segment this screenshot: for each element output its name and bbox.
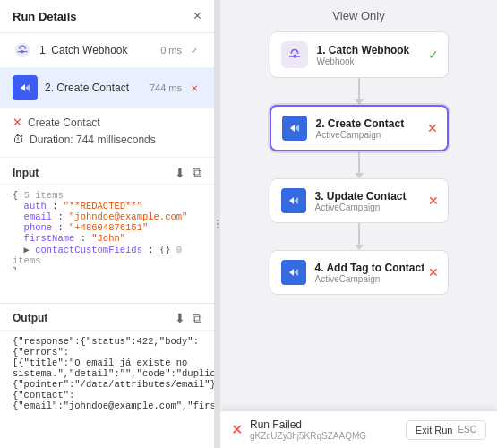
run-id: gKZcUZy3hj5KRqSZAAQMG: [250, 431, 406, 441]
output-content: {"response":{"status":422,"body":{"error…: [0, 331, 214, 411]
flow-node-3-status: ✕: [428, 194, 439, 208]
input-title: Input: [13, 167, 167, 179]
svg-marker-8: [289, 197, 294, 204]
step-item-2[interactable]: 2. Create Contact 744 ms ✕: [0, 68, 214, 108]
duration-label: Duration: 744 milliseconds: [30, 134, 156, 146]
step-details: ✕ Create Contact ⏱ Duration: 744 millise…: [0, 108, 214, 158]
flow-node-4-status: ✕: [428, 265, 439, 280]
flow-node-3[interactable]: 3. Update Contact ActiveCampaign ✕: [270, 178, 449, 223]
panel-header: Run Details ×: [0, 0, 214, 33]
input-download-button[interactable]: ⬇: [175, 166, 185, 180]
flow-node-4-name: 4. Add Tag to Contact: [315, 262, 437, 274]
connector-1-2: [358, 78, 360, 99]
flow-panel: View Only 1. Catch Webhook Webhook ✓: [220, 0, 497, 448]
error-row: ✕ Create Contact: [13, 116, 201, 129]
svg-marker-6: [290, 125, 295, 132]
step-1-label: 1. Catch Webhook: [39, 44, 160, 56]
flow-node-1-icon: [281, 41, 308, 68]
flow-node-2-name: 2. Create Contact: [316, 117, 436, 130]
flow-node-3-type: ActiveCampaign: [315, 202, 437, 212]
svg-marker-10: [289, 269, 294, 276]
activecampaign-icon-step2: [13, 75, 38, 100]
output-section: Output ⬇ ⧉ {"response":{"status":422,"bo…: [0, 304, 214, 449]
step-item-1[interactable]: 1. Catch Webhook 0 ms ✓: [0, 33, 214, 68]
flow-node-4[interactable]: 4. Add Tag to Contact ActiveCampaign ✕: [270, 250, 449, 295]
flow-node-3-name: 3. Update Contact: [315, 190, 437, 202]
input-section: Input ⬇ ⧉ { 5 items auth : "**REDACTED**…: [0, 158, 214, 304]
error-label: Create Contact: [28, 116, 100, 129]
close-button[interactable]: ×: [193, 9, 201, 23]
output-copy-button[interactable]: ⧉: [193, 311, 201, 326]
input-content: { 5 items auth : "**REDACTED**" email : …: [0, 185, 214, 270]
output-header: Output ⬇ ⧉: [0, 304, 214, 331]
input-copy-button[interactable]: ⧉: [193, 165, 201, 180]
flow-node-1-status: ✓: [428, 47, 439, 62]
flow-node-4-type: ActiveCampaign: [315, 274, 437, 284]
flow-node-2-status: ✕: [427, 121, 438, 135]
flow-node-1-name: 1. Catch Webhook: [317, 44, 437, 56]
exit-run-button[interactable]: Exit Run ESC: [406, 420, 486, 440]
flow-node-2-info: 2. Create Contact ActiveCampaign: [316, 117, 436, 140]
flow-node-1[interactable]: 1. Catch Webhook Webhook ✓: [270, 31, 449, 78]
svg-marker-7: [295, 125, 299, 132]
error-icon: ✕: [13, 116, 22, 129]
flow-node-4-icon: [281, 260, 306, 285]
flow-node-2-icon: [282, 116, 307, 141]
clock-icon: ⏱: [13, 133, 24, 146]
svg-marker-9: [294, 197, 298, 204]
connector-2-3: [358, 151, 360, 173]
run-details-panel: Run Details × 1. Catch Webhook 0 ms ✓ 2.…: [0, 0, 215, 448]
flow-node-3-info: 3. Update Contact ActiveCampaign: [315, 190, 437, 212]
run-failed-info: Run Failed gKZcUZy3hj5KRqSZAAQMG: [250, 418, 406, 441]
step-1-duration: 0 ms: [160, 45, 182, 56]
step-1-status: ✓: [187, 43, 201, 57]
webhook-icon: [13, 40, 32, 60]
run-failed-bar: ✕ Run Failed gKZcUZy3hj5KRqSZAAQMG Exit …: [220, 410, 497, 448]
flow-node-1-type: Webhook: [317, 56, 437, 66]
svg-marker-11: [294, 269, 298, 276]
flow-node-1-info: 1. Catch Webhook Webhook: [317, 44, 437, 66]
exit-run-label: Exit Run: [416, 425, 453, 435]
output-title: Output: [13, 312, 167, 324]
flow-canvas: 1. Catch Webhook Webhook ✓ 2. Create Con…: [220, 31, 497, 448]
run-failed-icon: ✕: [231, 421, 243, 438]
esc-label: ESC: [458, 425, 476, 435]
duration-row: ⏱ Duration: 744 milliseconds: [13, 133, 201, 146]
svg-marker-3: [25, 84, 30, 91]
panel-title: Run Details: [13, 10, 77, 23]
step-2-status: ✕: [187, 81, 201, 95]
svg-marker-2: [21, 84, 25, 91]
flow-node-3-icon: [281, 188, 306, 213]
flow-node-4-info: 4. Add Tag to Contact ActiveCampaign: [315, 262, 437, 284]
step-2-duration: 744 ms: [150, 82, 182, 93]
step-2-label: 2. Create Contact: [45, 82, 150, 94]
output-download-button[interactable]: ⬇: [175, 311, 185, 325]
flow-node-2[interactable]: 2. Create Contact ActiveCampaign ✕: [270, 105, 449, 151]
flow-node-2-type: ActiveCampaign: [316, 130, 436, 140]
input-header: Input ⬇ ⧉: [0, 158, 214, 185]
run-failed-text: Run Failed: [250, 418, 406, 431]
connector-3-4: [358, 223, 360, 245]
view-only-label: View Only: [220, 0, 497, 31]
